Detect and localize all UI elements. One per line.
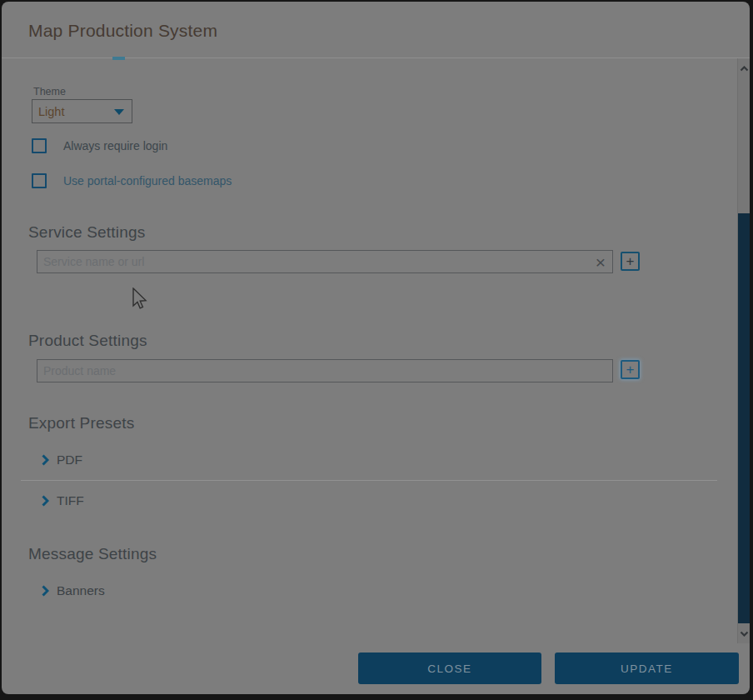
portal-basemaps-label: Use portal-configured basemaps xyxy=(63,174,232,188)
scrolled-content-fragment xyxy=(112,57,125,60)
export-preset-pdf-toggle[interactable]: PDF xyxy=(42,451,82,469)
export-presets-heading: Export Presets xyxy=(28,414,134,432)
plus-icon: + xyxy=(626,362,635,377)
product-settings-heading: Product Settings xyxy=(28,332,147,350)
close-button[interactable]: CLOSE xyxy=(358,652,541,684)
theme-label: Theme xyxy=(33,86,66,98)
scroll-up-icon[interactable] xyxy=(738,61,750,76)
add-product-button[interactable]: + xyxy=(621,360,640,379)
export-preset-tiff-label: TIFF xyxy=(57,493,84,508)
vertical-scrollbar[interactable] xyxy=(737,58,750,643)
chevron-right-icon xyxy=(42,454,49,466)
dialog-title: Map Production System xyxy=(28,21,217,41)
service-name-input[interactable] xyxy=(37,250,613,273)
chevron-down-icon xyxy=(114,109,124,115)
scrollbar-thumb[interactable] xyxy=(738,213,750,623)
always-require-login-label: Always require login xyxy=(63,139,167,152)
always-require-login-checkbox[interactable] xyxy=(32,138,47,153)
plus-icon: + xyxy=(626,254,635,268)
service-settings-heading: Service Settings xyxy=(28,223,146,242)
theme-selected-value: Light xyxy=(38,105,64,118)
scroll-down-icon[interactable] xyxy=(738,626,750,641)
map-production-dialog: Map Production System Theme Light Always… xyxy=(2,2,750,694)
app-screen: Map Production System Theme Light Always… xyxy=(0,0,753,700)
chevron-right-icon xyxy=(42,585,49,597)
banners-toggle[interactable]: Banners xyxy=(42,582,105,600)
add-service-button[interactable]: + xyxy=(621,252,640,271)
mouse-cursor-icon xyxy=(132,288,148,312)
message-settings-heading: Message Settings xyxy=(28,545,157,563)
export-preset-pdf-label: PDF xyxy=(57,452,82,468)
clear-icon[interactable]: × xyxy=(590,251,611,272)
theme-select[interactable]: Light xyxy=(32,99,132,123)
dialog-header: Map Production System xyxy=(2,2,750,58)
export-presets-divider xyxy=(21,480,717,481)
product-name-input[interactable] xyxy=(37,359,613,382)
portal-basemaps-checkbox[interactable] xyxy=(32,173,47,188)
chevron-right-icon xyxy=(42,495,49,507)
export-preset-tiff-toggle[interactable]: TIFF xyxy=(42,492,84,510)
banners-label: Banners xyxy=(57,583,105,598)
update-button[interactable]: UPDATE xyxy=(555,652,739,684)
